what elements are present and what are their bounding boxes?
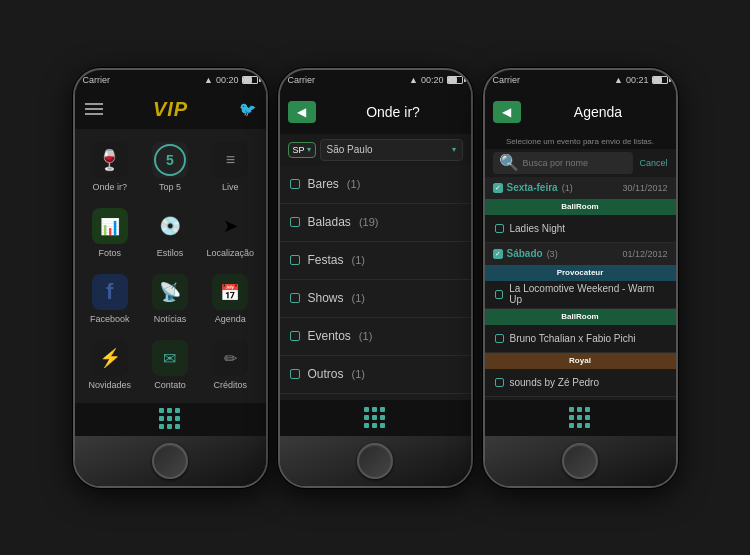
localizacao-label: Localização xyxy=(207,248,255,258)
checkbox-shows[interactable] xyxy=(290,293,300,303)
phone2: Carrier ▲ 00:20 ◀ Onde ir? SP ▾ xyxy=(278,68,473,488)
menu-item-onde[interactable]: 🍷 Onde ir? xyxy=(80,134,140,200)
menu-item-estilos[interactable]: 💿 Estilos xyxy=(140,200,200,266)
top5-icon: 5 xyxy=(152,142,188,178)
menu-item-facebook[interactable]: f Facebook xyxy=(80,266,140,332)
event-name-bruno: Bruno Tchalian x Fabio Pichi xyxy=(510,333,636,344)
phone3-bottom xyxy=(485,436,676,486)
bares-label: Bares xyxy=(308,177,339,191)
search-input-box[interactable]: 🔍 Busca por nome xyxy=(493,152,634,174)
battery-1 xyxy=(242,76,258,84)
day-date-sexta: 30/11/2012 xyxy=(622,183,667,193)
category-bares[interactable]: Bares (1) xyxy=(280,166,471,204)
category-baladas[interactable]: Baladas (19) xyxy=(280,204,471,242)
event-name-locomotive: La Locomotive Weekend - Warm Up xyxy=(509,283,665,305)
venue-ballroom-label-2: BallRoom xyxy=(561,312,598,321)
fotos-label: Fotos xyxy=(98,248,121,258)
menu-item-top5[interactable]: 5 Top 5 xyxy=(140,134,200,200)
venue-ballroom-1: BallRoom xyxy=(485,199,676,215)
hamburger-line xyxy=(85,108,103,110)
event-sounds[interactable]: sounds by Zé Pedro xyxy=(485,369,676,397)
time-1: 00:20 xyxy=(216,75,239,85)
checkbox-eventos[interactable] xyxy=(290,331,300,341)
venue-provocateur: Provocateur xyxy=(485,265,676,281)
menu-item-fotos[interactable]: 📊 Fotos xyxy=(80,200,140,266)
wifi-icon-1: ▲ xyxy=(204,75,213,85)
agenda-icon: 📅 xyxy=(212,274,248,310)
battery-3 xyxy=(652,76,668,84)
event-name-sounds: sounds by Zé Pedro xyxy=(510,377,600,388)
hamburger-line xyxy=(85,113,103,115)
day-check-sexta[interactable] xyxy=(493,183,503,193)
menu-item-agenda[interactable]: 📅 Agenda xyxy=(200,266,260,332)
home-button-1[interactable] xyxy=(152,443,188,479)
menu-item-novidades[interactable]: ⚡ Novidades xyxy=(80,332,140,398)
category-festas[interactable]: Festas (1) xyxy=(280,242,471,280)
hamburger-icon[interactable] xyxy=(85,103,103,115)
checkbox-outros[interactable] xyxy=(290,369,300,379)
vip-logo: VIP xyxy=(153,98,188,121)
nav-grid-icon-2 xyxy=(364,407,386,429)
location-bar: SP ▾ São Paulo ▾ xyxy=(280,134,471,166)
menu-item-noticias[interactable]: 📡 Notícias xyxy=(140,266,200,332)
bares-count: (1) xyxy=(347,178,360,190)
battery-2 xyxy=(447,76,463,84)
day-header-sabado: Sábado (3) 01/12/2012 xyxy=(485,243,676,265)
menu-grid: 🍷 Onde ir? 5 Top 5 ≡ Live 📊 Fotos xyxy=(75,129,266,403)
event-bruno[interactable]: Bruno Tchalian x Fabio Pichi xyxy=(485,325,676,353)
home-button-3[interactable] xyxy=(562,443,598,479)
menu-item-creditos[interactable]: ✏ Créditos xyxy=(200,332,260,398)
wifi-icon-2: ▲ xyxy=(409,75,418,85)
category-list: Bares (1) Baladas (19) Festas (1) Shows … xyxy=(280,166,471,400)
day-count-sexta: (1) xyxy=(562,183,573,193)
agenda-list: Sexta-feira (1) 30/11/2012 BallRoom Ladi… xyxy=(485,177,676,400)
event-checkbox-ladies[interactable] xyxy=(495,224,504,233)
estilos-icon: 💿 xyxy=(152,208,188,244)
event-checkbox-locomotive[interactable] xyxy=(495,290,504,299)
location-input[interactable]: São Paulo ▾ xyxy=(320,139,463,161)
phone1-bottom xyxy=(75,436,266,486)
location-tag[interactable]: SP ▾ xyxy=(288,142,316,158)
category-shows[interactable]: Shows (1) xyxy=(280,280,471,318)
novidades-label: Novidades xyxy=(88,380,131,390)
wifi-icon-3: ▲ xyxy=(614,75,623,85)
nav-grid-icon-3 xyxy=(569,407,591,429)
event-ladies-night[interactable]: Ladies Night xyxy=(485,215,676,243)
outros-label: Outros xyxy=(308,367,344,381)
status-right-1: ▲ 00:20 xyxy=(204,75,257,85)
facebook-icon: f xyxy=(92,274,128,310)
phone2-bottom xyxy=(280,436,471,486)
menu-item-localizacao[interactable]: ➤ Localização xyxy=(200,200,260,266)
phone2-nav-bar xyxy=(280,400,471,436)
baladas-label: Baladas xyxy=(308,215,351,229)
phone3: Carrier ▲ 00:21 ◀ Agenda Selecione um ev… xyxy=(483,68,678,488)
event-checkbox-bruno[interactable] xyxy=(495,334,504,343)
back-button-3[interactable]: ◀ xyxy=(493,101,521,123)
home-button-2[interactable] xyxy=(357,443,393,479)
cancel-button[interactable]: Cancel xyxy=(639,158,667,168)
checkbox-bares[interactable] xyxy=(290,179,300,189)
screen-3: ◀ Agenda Selecione um evento para envio … xyxy=(485,90,676,436)
baladas-count: (19) xyxy=(359,216,379,228)
menu-item-live[interactable]: ≡ Live xyxy=(200,134,260,200)
back-button-2[interactable]: ◀ xyxy=(288,101,316,123)
day-check-sabado[interactable] xyxy=(493,249,503,259)
shows-count: (1) xyxy=(352,292,365,304)
twitter-icon[interactable]: 🐦 xyxy=(239,101,256,117)
venue-provocateur-label: Provocateur xyxy=(557,268,604,277)
search-icon: 🔍 xyxy=(499,153,519,172)
fotos-icon: 📊 xyxy=(92,208,128,244)
checkbox-baladas[interactable] xyxy=(290,217,300,227)
event-checkbox-sounds[interactable] xyxy=(495,378,504,387)
phones-container: Carrier ▲ 00:20 VIP 🐦 xyxy=(53,48,698,508)
checkbox-festas[interactable] xyxy=(290,255,300,265)
category-eventos[interactable]: Eventos (1) xyxy=(280,318,471,356)
carrier-3: Carrier xyxy=(493,75,521,85)
menu-item-contato[interactable]: ✉ Contato xyxy=(140,332,200,398)
top5-label: Top 5 xyxy=(159,182,181,192)
category-outros[interactable]: Outros (1) xyxy=(280,356,471,394)
contato-icon: ✉ xyxy=(152,340,188,376)
event-locomotive[interactable]: La Locomotive Weekend - Warm Up xyxy=(485,281,676,309)
day-name-sabado: Sábado xyxy=(507,248,543,259)
carrier-1: Carrier xyxy=(83,75,111,85)
